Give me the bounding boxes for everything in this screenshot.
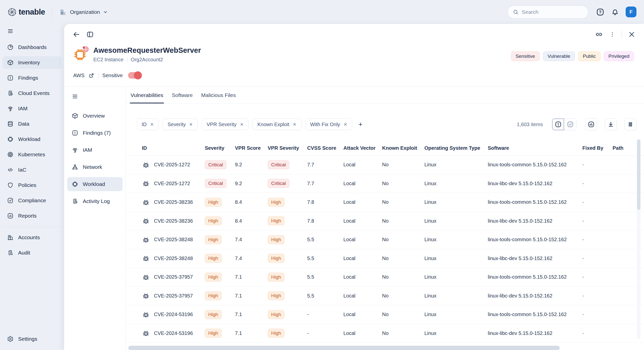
sidebar-item-iac[interactable]: IaC [3, 164, 62, 176]
sidebar-item-settings[interactable]: Settings [3, 333, 62, 345]
sidebar-item-inventory[interactable]: Inventory [3, 56, 62, 69]
column-header-known-exploit[interactable]: Known Exploit [382, 145, 424, 151]
column-header-vpr-severity[interactable]: VPR Severity [268, 145, 307, 151]
chip-remove-icon[interactable] [189, 122, 193, 126]
columns-settings-button[interactable] [624, 118, 636, 130]
fixed-by-cell: - [582, 256, 613, 261]
column-header-vpr-score[interactable]: VPR Score [235, 145, 268, 151]
filter-chip-severity[interactable]: Severity [163, 119, 198, 130]
filter-chip-id[interactable]: ID [137, 119, 159, 130]
subnav-item-workload[interactable]: Workload [67, 177, 123, 191]
chip-label: With Fix Only [310, 122, 340, 127]
bar-chart-square-icon [588, 121, 595, 128]
sidebar-item-iam[interactable]: IAM [3, 102, 62, 115]
copy-link-button[interactable] [595, 30, 603, 38]
public-globe-badge-icon [82, 45, 89, 53]
vpr-score-cell: 7.1 [235, 293, 268, 299]
bug-icon [142, 198, 150, 206]
attack-vector-cell: Local [343, 274, 382, 280]
subnav-collapse-icon[interactable] [72, 93, 78, 100]
subnav-item-iam[interactable]: IAM [67, 143, 123, 157]
subnav-item-overview[interactable]: Overview [67, 109, 123, 123]
more-actions-button[interactable] [609, 31, 616, 38]
column-header-os-type[interactable]: Operating System Type [424, 145, 488, 151]
subnav-item-findings[interactable]: Findings (7) [67, 126, 123, 140]
column-header-severity[interactable]: Severity [205, 145, 235, 151]
vpr-severity-badge: Critical [268, 160, 289, 169]
table-row[interactable]: CVE-2025-38236 High 8.4 High 7.8 Local N… [126, 212, 644, 231]
sidebar-item-cloud-events[interactable]: Cloud Events [3, 87, 62, 99]
search-input[interactable] [522, 9, 583, 15]
table-row[interactable]: CVE-2025-38248 High 7.4 High 5.5 Local N… [126, 249, 644, 268]
vulnerability-id-cell: CVE-2025-37957 [142, 273, 205, 281]
attack-vector-cell: Local [343, 181, 382, 186]
sidebar-item-reports[interactable]: Reports [3, 210, 62, 222]
sidebar-item-accounts[interactable]: Accounts [3, 231, 62, 244]
sidebar-item-audit[interactable]: Audit [3, 246, 62, 259]
table-row[interactable]: CVE-2025-1272 Critical 9.2 Critical 7.7 … [126, 174, 644, 193]
table-row[interactable]: CVE-2024-53196 High 7.1 High - Local No … [126, 324, 644, 343]
vulnerabilities-view-button[interactable] [552, 119, 564, 130]
chart-view-button[interactable] [585, 118, 597, 130]
open-in-aws-button[interactable] [88, 72, 95, 79]
sidebar-item-compliance[interactable]: Compliance [3, 194, 62, 207]
organization-dropdown[interactable]: Organization [59, 8, 108, 16]
search-box[interactable] [507, 6, 588, 19]
software-cell: linux-libc-dev 5.15.0-152.162 [488, 293, 582, 299]
sidebar-item-kubernetes[interactable]: Kubernetes [3, 148, 62, 161]
column-header-fixed-by[interactable]: Fixed By [582, 145, 613, 151]
tenable-logo[interactable]: tenable [8, 8, 45, 17]
sidebar-item-label: Compliance [18, 197, 46, 204]
table-row[interactable]: CVE-2025-38236 High 8.4 High 7.8 Local N… [126, 193, 644, 212]
sensitive-toggle[interactable] [128, 72, 141, 79]
sidebar-item-dashboards[interactable]: Dashboards [3, 41, 62, 54]
table-row[interactable]: CVE-2025-37957 High 7.1 High 5.5 Local N… [126, 287, 644, 306]
tab-vulnerabilities[interactable]: Vulnerabilities [130, 87, 164, 104]
sidebar-collapse-icon[interactable] [7, 28, 14, 34]
table-row[interactable]: CVE-2025-1272 Critical 9.2 Critical 7.7 … [126, 156, 644, 174]
table-row[interactable]: CVE-2025-38248 High 7.4 High 5.5 Local N… [126, 230, 644, 249]
add-filter-button[interactable] [358, 122, 363, 127]
close-button[interactable] [628, 31, 635, 38]
subnav-item-activity-log[interactable]: Activity Log [67, 194, 123, 208]
filter-chip-with-fix-only[interactable]: With Fix Only [305, 119, 352, 130]
chip-remove-icon[interactable] [293, 122, 297, 126]
notifications-button[interactable] [611, 8, 619, 16]
attack-vector-cell: Local [343, 256, 382, 261]
chip-remove-icon[interactable] [240, 122, 244, 126]
plus-icon [358, 122, 363, 127]
cvss-score-cell: 7.7 [307, 162, 343, 168]
table-row[interactable]: CVE-2025-37957 High 7.1 High 5.5 Local N… [126, 268, 644, 287]
chip-remove-icon[interactable] [150, 122, 154, 126]
fixed-by-cell: - [582, 293, 613, 299]
tab-malicious-files[interactable]: Malicious Files [200, 87, 237, 104]
side-panel-toggle-button[interactable] [86, 31, 94, 38]
column-header-id[interactable]: ID [142, 145, 205, 151]
vertical-scrollbar-thumb[interactable] [637, 139, 640, 210]
help-icon: ? [596, 8, 605, 16]
table-row[interactable]: CVE-2024-53196 High 7.1 High - Local No … [126, 305, 644, 324]
sidebar-item-data[interactable]: Data [3, 118, 62, 130]
back-button[interactable] [73, 31, 80, 38]
sidebar-item-workload[interactable]: Workload [3, 133, 62, 145]
os-type-cell: Linux [424, 199, 488, 205]
resolved-view-button[interactable] [564, 119, 576, 130]
filter-chip-known-exploit[interactable]: Known Exploit [253, 119, 301, 130]
column-header-attack-vector[interactable]: Attack Vector [343, 145, 382, 151]
severity-badge: High [205, 329, 222, 338]
column-header-cvss-score[interactable]: CVSS Score [307, 145, 343, 151]
subnav-item-network[interactable]: Network [67, 160, 123, 174]
sidebar-item-findings[interactable]: Findings [3, 72, 62, 84]
sidebar-item-policies[interactable]: Policies [3, 179, 62, 191]
tab-software[interactable]: Software [171, 87, 193, 104]
bug-icon [142, 311, 150, 319]
filter-chip-vpr-severity[interactable]: VPR Severity [202, 119, 249, 130]
horizontal-scrollbar-thumb[interactable] [128, 346, 560, 350]
user-avatar[interactable]: F [626, 7, 636, 17]
tenable-knot-icon [8, 8, 17, 17]
help-button[interactable]: ? [596, 8, 605, 16]
chip-remove-icon[interactable] [343, 122, 347, 126]
column-header-software[interactable]: Software [488, 145, 582, 151]
export-button[interactable] [605, 118, 617, 130]
entity-account: Org2Account2 [131, 57, 163, 63]
